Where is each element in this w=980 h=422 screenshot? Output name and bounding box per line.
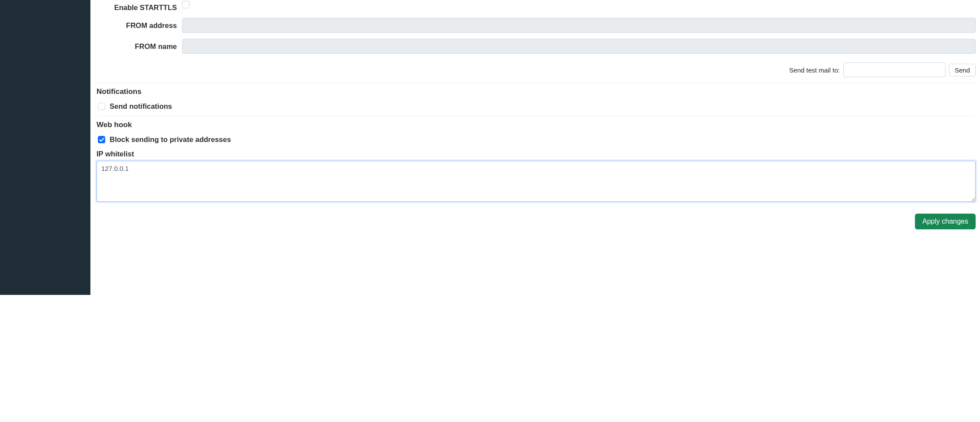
test-mail-input[interactable] bbox=[843, 62, 945, 77]
from-name-label: FROM name bbox=[97, 39, 182, 51]
starttls-row: Enable STARTTLS bbox=[97, 0, 976, 12]
send-notifications-label: Send notifications bbox=[110, 102, 172, 111]
from-address-input[interactable] bbox=[182, 18, 976, 33]
from-name-input[interactable] bbox=[182, 39, 976, 54]
ip-whitelist-textarea[interactable] bbox=[97, 161, 976, 202]
sidebar bbox=[0, 0, 90, 295]
test-mail-row: Send test mail to: Send bbox=[97, 60, 976, 83]
send-notifications-row: Send notifications bbox=[97, 100, 976, 116]
ip-whitelist-label: IP whitelist bbox=[97, 150, 976, 158]
settings-form: Enable STARTTLS FROM address FROM name S… bbox=[90, 0, 980, 295]
from-address-row: FROM address bbox=[97, 18, 976, 33]
block-private-row: Block sending to private addresses bbox=[97, 134, 976, 149]
notifications-heading: Notifications bbox=[97, 87, 976, 96]
apply-changes-button[interactable]: Apply changes bbox=[915, 214, 976, 229]
send-notifications-checkbox[interactable] bbox=[98, 103, 105, 110]
test-mail-label: Send test mail to: bbox=[789, 66, 840, 74]
from-name-row: FROM name bbox=[97, 39, 976, 54]
starttls-checkbox[interactable] bbox=[182, 1, 190, 8]
block-private-checkbox[interactable] bbox=[98, 136, 105, 143]
from-address-label: FROM address bbox=[97, 18, 182, 30]
starttls-label: Enable STARTTLS bbox=[97, 0, 182, 12]
webhook-heading: Web hook bbox=[97, 121, 976, 129]
send-test-button[interactable]: Send bbox=[949, 64, 976, 76]
form-actions: Apply changes bbox=[97, 214, 976, 229]
block-private-label: Block sending to private addresses bbox=[110, 135, 231, 144]
